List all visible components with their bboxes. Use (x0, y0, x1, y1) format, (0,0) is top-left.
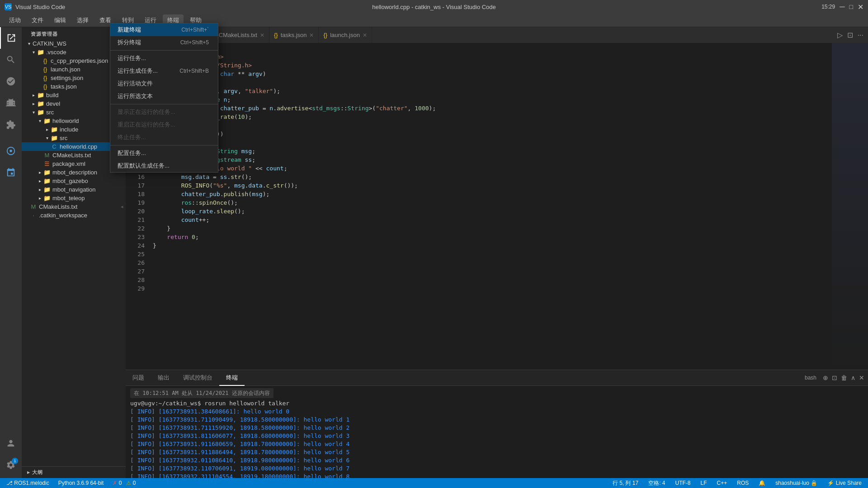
ctx-run-selected-text[interactable]: 运行所选文本 (110, 90, 218, 103)
ctx-run-tasks[interactable]: 运行任务... (110, 52, 218, 65)
code-line-3: #include <ros/ros.h> (153, 52, 832, 61)
code-line-1: // helloworld.cpp (153, 44, 832, 52)
status-lang[interactable]: C++ (714, 480, 730, 486)
close-tab-icon[interactable]: ✕ (309, 32, 314, 38)
app-name: Visual Studio Code (15, 4, 65, 10)
status-liveshare[interactable]: ⚡ Live Share (825, 480, 864, 486)
tab-problems[interactable]: 问题 (126, 370, 151, 386)
code-line-18: std_msgs::String msg; (153, 147, 832, 155)
new-terminal-button[interactable]: ⊕ (823, 374, 828, 381)
more-actions-button[interactable]: ··· (857, 30, 864, 40)
ctx-split-terminal[interactable]: 拆分终端 Ctrl+Shift+5 (110, 36, 218, 49)
code-line-20: ss << "hello world " << count; (153, 164, 832, 173)
context-menu: 新建终端 Ctrl+Shift+` 拆分终端 Ctrl+Shift+5 运行任务… (110, 23, 218, 173)
status-python[interactable]: Python 3.6.9 64-bit (56, 480, 107, 486)
tree-mbot-navigation[interactable]: ▸ 📁 mbot_navigation (22, 185, 126, 194)
cmake-icon: M (43, 152, 51, 159)
menu-select[interactable]: 选择 (72, 14, 93, 26)
minimize-button[interactable]: ─ (840, 3, 844, 11)
outline-toggle[interactable]: ▸ 大纲 (22, 466, 126, 478)
run-code-button[interactable]: ▷ (836, 30, 844, 40)
editor-tab-actions: ▷ ⊡ ··· (833, 27, 868, 43)
split-terminal-button[interactable]: ⊡ (832, 374, 837, 381)
terminal-line-5: [ INFO] [1637738931.911680659, 18918.780… (130, 440, 863, 448)
tab-launch[interactable]: {} launch.json ✕ (319, 27, 372, 43)
ctx-run-active-file[interactable]: 运行活动文件 (110, 77, 218, 90)
activity-bar: 1 (0, 27, 22, 478)
code-line-9: ros::NodeHandle n; (153, 95, 832, 104)
terminal-line-4: [ INFO] [1637738931.811606077, 18918.680… (130, 432, 863, 440)
status-errors[interactable]: ✗ 0 ⚠ 0 (110, 480, 138, 486)
close-button[interactable]: ✕ (858, 3, 863, 11)
bash-label: bash (802, 375, 819, 381)
status-notification[interactable]: 🔔 (756, 480, 768, 486)
menu-file[interactable]: 文件 (27, 14, 48, 26)
kill-terminal-button[interactable]: 🗑 (841, 374, 847, 381)
title-bar-right: 15:29 ─ □ ✕ (821, 3, 863, 11)
tree-mbot-teleop[interactable]: ▸ 📁 mbot_teleop (22, 194, 126, 202)
json-icon: {} (42, 75, 49, 81)
status-ros[interactable]: ROS (734, 480, 751, 486)
error-icon: ✗ (113, 480, 117, 486)
code-line-10: ros::Publisher chatter_pub = n.advertise… (153, 104, 832, 113)
tree-mbot-gazebo[interactable]: ▸ 📁 mbot_gazebo (22, 177, 126, 185)
activity-account[interactable] (0, 432, 22, 454)
status-encoding[interactable]: UTF-8 (673, 480, 693, 486)
close-panel-button[interactable]: ✕ (859, 374, 864, 381)
chevron-down-icon: ▾ (25, 41, 33, 46)
ctx-terminate-tasks: 终止任务... (110, 131, 218, 144)
activity-ros[interactable] (0, 140, 22, 162)
status-eol[interactable]: LF (698, 480, 710, 486)
ctx-configure-default-tasks[interactable]: 配置默认生成任务... (110, 160, 218, 172)
collapse-panel-button[interactable]: ∧ (851, 374, 855, 381)
status-branch[interactable]: ⎇ ROS1.melodic (4, 480, 52, 486)
chevron-right-icon: ▸ (30, 93, 37, 98)
code-line-4: #include <std_msgs/String.h> (153, 61, 832, 70)
activity-git[interactable] (0, 70, 22, 92)
maximize-button[interactable]: □ (849, 3, 853, 10)
ctx-run-build-tasks[interactable]: 运行生成任务... Ctrl+Shift+B (110, 65, 218, 77)
folder-icon: 📁 (37, 92, 44, 99)
bottom-panel: 问题 输出 调试控制台 终端 bash ⊕ ⊡ 🗑 ∧ ✕ 在 1 (126, 370, 868, 478)
ctx-new-terminal[interactable]: 新建终端 Ctrl+Shift+` (110, 23, 218, 36)
code-line-23: chatter_pub.publish(msg); (153, 190, 832, 198)
tab-terminal[interactable]: 终端 (219, 370, 245, 386)
terminal-content[interactable]: 在 10:12:51 AM 处从 11/24/2021 还原的会话内容 ugv@… (126, 386, 868, 478)
tree-catkin-workspace[interactable]: · .catkin_workspace (22, 211, 126, 220)
menu-edit[interactable]: 编辑 (50, 14, 71, 26)
status-user[interactable]: shaoshuai-luo 🔒 (773, 480, 820, 486)
menu-activities[interactable]: 活动 (5, 14, 25, 26)
code-line-21: msg.data = ss.str(); (153, 173, 832, 181)
file-icon: · (30, 212, 37, 219)
activity-explorer[interactable] (0, 27, 22, 49)
status-line-col[interactable]: 行 5, 列 17 (610, 479, 641, 487)
panel-tab-actions: bash ⊕ ⊡ 🗑 ∧ ✕ (798, 374, 868, 381)
chevron-right-icon: ▸ (27, 469, 30, 475)
json-icon: {} (42, 83, 49, 90)
split-editor-button[interactable]: ⊡ (846, 30, 854, 40)
status-spaces[interactable]: 空格: 4 (646, 479, 668, 487)
code-line-28: return 0; (153, 233, 832, 241)
activity-vscode[interactable] (0, 162, 22, 183)
activity-extensions[interactable] (0, 114, 22, 136)
close-tab-icon[interactable]: ✕ (363, 32, 367, 38)
collapse-btn[interactable]: ◂ (121, 204, 126, 210)
folder-icon: 📁 (43, 178, 51, 184)
folder-icon: 📁 (51, 126, 58, 133)
activity-settings[interactable]: 1 (0, 454, 22, 476)
close-tab-icon[interactable]: ✕ (260, 32, 264, 38)
ctx-configure-tasks[interactable]: 配置任务... (110, 147, 218, 160)
ctx-separator-1 (110, 50, 218, 51)
cpp-file-icon: C (51, 143, 58, 150)
panel-tabs: 问题 输出 调试控制台 终端 bash ⊕ ⊡ 🗑 ∧ ✕ (126, 370, 868, 386)
activity-debug[interactable] (0, 92, 22, 114)
code-editor[interactable]: // helloworld.cpp #include <ros/ros.h> #… (148, 43, 832, 370)
activity-search[interactable] (0, 49, 22, 70)
tab-output[interactable]: 输出 (151, 370, 176, 386)
tab-tasks[interactable]: {} tasks.json ✕ (269, 27, 319, 43)
tree-cmakelists-top[interactable]: M CMakeLists.txt ◂ (22, 202, 126, 211)
tab-debug-console[interactable]: 调试控制台 (176, 370, 219, 386)
folder-icon: 📁 (43, 186, 51, 193)
time-display: 15:29 (821, 4, 835, 10)
json-icon: {} (42, 57, 49, 64)
